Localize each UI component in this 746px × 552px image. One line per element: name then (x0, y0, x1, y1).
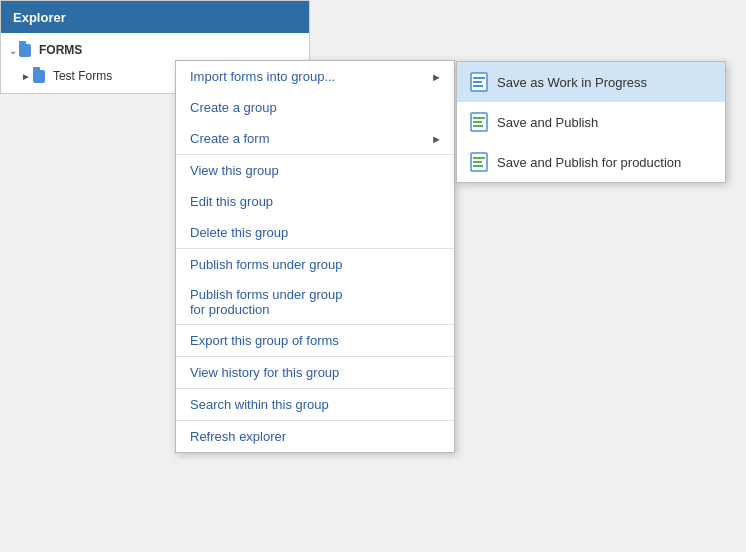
test-forms-chevron-icon: ► (21, 71, 31, 82)
forms-folder-icon (19, 42, 35, 58)
menu-item-edit-group-label: Edit this group (190, 194, 273, 209)
submenu: Save as Work in Progress Save and Publis… (456, 61, 726, 183)
svg-rect-7 (473, 125, 483, 127)
import-arrow-icon: ► (431, 71, 442, 83)
svg-rect-5 (473, 117, 485, 119)
menu-item-create-group[interactable]: Create a group (176, 92, 454, 123)
forms-chevron-icon: ⌄ (9, 45, 17, 56)
menu-item-delete-group[interactable]: Delete this group (176, 217, 454, 248)
menu-item-view-history[interactable]: View history for this group (176, 356, 454, 388)
menu-item-refresh[interactable]: Refresh explorer (176, 420, 454, 452)
menu-item-export-group[interactable]: Export this group of forms (176, 324, 454, 356)
menu-item-import-label: Import forms into group... (190, 69, 335, 84)
submenu-item-save-publish-prod[interactable]: Save and Publish for production (457, 142, 725, 182)
svg-rect-6 (473, 121, 482, 123)
menu-item-create-group-label: Create a group (190, 100, 277, 115)
menu-item-publish-production[interactable]: Publish forms under groupfor production (176, 280, 454, 324)
menu-item-publish-production-label: Publish forms under groupfor production (190, 287, 342, 317)
context-menu: Import forms into group... ► Create a gr… (175, 60, 455, 453)
svg-rect-3 (473, 85, 483, 87)
menu-item-export-group-label: Export this group of forms (190, 333, 339, 348)
menu-item-search-group[interactable]: Search within this group (176, 388, 454, 420)
svg-rect-2 (473, 81, 482, 83)
menu-item-view-group[interactable]: View this group (176, 154, 454, 186)
test-forms-label: Test Forms (53, 69, 112, 83)
menu-item-create-form[interactable]: Create a form ► (176, 123, 454, 154)
save-wip-icon (469, 72, 489, 92)
menu-item-publish-group[interactable]: Publish forms under group (176, 248, 454, 280)
submenu-item-save-publish-prod-label: Save and Publish for production (497, 155, 681, 170)
menu-item-view-history-label: View history for this group (190, 365, 339, 380)
submenu-item-save-publish[interactable]: Save and Publish (457, 102, 725, 142)
menu-item-view-group-label: View this group (190, 163, 279, 178)
submenu-item-save-publish-label: Save and Publish (497, 115, 598, 130)
explorer-title: Explorer (13, 10, 66, 25)
menu-item-edit-group[interactable]: Edit this group (176, 186, 454, 217)
menu-item-delete-group-label: Delete this group (190, 225, 288, 240)
menu-item-refresh-label: Refresh explorer (190, 429, 286, 444)
save-publish-prod-icon (469, 152, 489, 172)
menu-item-create-form-label: Create a form (190, 131, 269, 146)
forms-label: FORMS (39, 43, 82, 57)
menu-item-import[interactable]: Import forms into group... ► (176, 61, 454, 92)
svg-rect-9 (473, 157, 485, 159)
svg-rect-10 (473, 161, 482, 163)
test-forms-folder-icon (33, 68, 49, 84)
submenu-item-save-wip[interactable]: Save as Work in Progress (457, 62, 725, 102)
submenu-item-save-wip-label: Save as Work in Progress (497, 75, 647, 90)
menu-item-publish-group-label: Publish forms under group (190, 257, 342, 272)
create-form-arrow-icon: ► (431, 133, 442, 145)
svg-rect-11 (473, 165, 483, 167)
menu-item-search-group-label: Search within this group (190, 397, 329, 412)
save-publish-icon (469, 112, 489, 132)
svg-rect-1 (473, 77, 485, 79)
explorer-header: Explorer (1, 1, 309, 33)
